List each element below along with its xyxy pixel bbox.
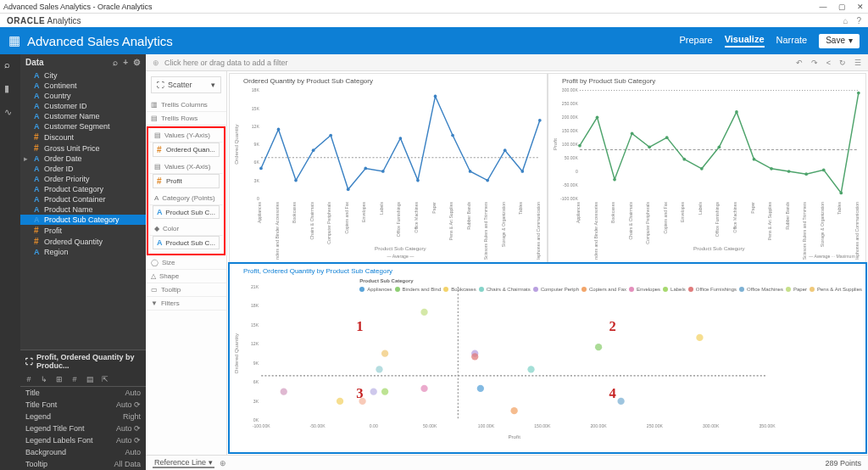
home-icon[interactable]: ⌂ — [843, 16, 848, 25]
data-item[interactable]: AProduct Container — [20, 194, 146, 204]
svg-text:18K: 18K — [252, 87, 260, 92]
prop-tab-general[interactable]: # — [24, 374, 34, 384]
data-item[interactable]: AOrder ID — [20, 164, 146, 174]
svg-point-60 — [631, 132, 634, 136]
property-row[interactable]: LegendRight — [20, 411, 146, 422]
shelf-values-x-value[interactable]: #Profit — [153, 174, 220, 188]
svg-point-62 — [665, 136, 669, 139]
shelf-size[interactable]: ◯Size — [146, 256, 226, 270]
svg-point-63 — [682, 158, 686, 161]
prop-tab-date[interactable]: ▤ — [85, 374, 95, 384]
share-icon[interactable]: < — [826, 59, 831, 67]
svg-text:0K: 0K — [253, 417, 259, 422]
data-item[interactable]: AContinent — [20, 81, 146, 91]
data-item[interactable]: #Ordered Quantity — [20, 236, 146, 247]
tab-narrate[interactable]: Narrate — [776, 35, 808, 47]
chart-ordered-qty[interactable]: Ordered Quantity by Product Sub Category… — [229, 73, 548, 263]
shelf-category-value[interactable]: AProduct Sub C... — [153, 205, 220, 219]
data-item[interactable]: AOrder Priority — [20, 174, 146, 184]
page-title: Advanced Sales Analytics — [27, 34, 173, 48]
minimize-icon[interactable]: — — [819, 3, 827, 11]
scatter-icon: ⛶ — [157, 81, 164, 89]
left-icon-rail: ⌕ ▮ ∿ — [0, 54, 20, 470]
prop-tab-axis[interactable]: ⊞ — [54, 374, 64, 384]
tab-prepare[interactable]: Prepare — [679, 35, 712, 47]
prop-tab-action[interactable]: ⇱ — [100, 374, 110, 384]
chart-profit[interactable]: Profit by Product Sub Category -100.00K-… — [548, 73, 866, 263]
search-icon[interactable]: ⌕ — [113, 58, 118, 67]
data-item[interactable]: ARegion — [20, 247, 146, 257]
data-item[interactable]: AProduct Category — [20, 184, 146, 194]
data-item[interactable]: #Discount — [20, 131, 146, 143]
shelf-trellis-rows[interactable]: ▤Trellis Rows — [146, 112, 226, 126]
add-filter-icon[interactable]: ⊕ — [153, 59, 159, 67]
shelf-category[interactable]: ACategory (Points) — [149, 192, 223, 205]
data-item[interactable]: #Profit — [20, 225, 146, 236]
undo-icon[interactable]: ↶ — [796, 59, 803, 67]
close-icon[interactable]: ✕ — [856, 3, 865, 11]
shelf-filters[interactable]: ▼Filters — [146, 297, 226, 311]
data-item[interactable]: AProduct Name — [20, 204, 146, 215]
svg-text:Storage & Organization: Storage & Organization — [501, 202, 506, 247]
add-canvas-icon[interactable]: ⊕ — [220, 459, 226, 467]
search-data-icon[interactable]: ⌕ — [4, 59, 16, 71]
shelf-values-y-value[interactable]: #Ordered Quan... — [153, 143, 220, 157]
property-row[interactable]: Legend Labels FontAuto ⟳ — [20, 434, 146, 446]
prop-tab-values[interactable]: # — [70, 374, 80, 384]
shelf-trellis-columns[interactable]: ▥Trellis Columns — [146, 98, 226, 112]
svg-point-68 — [770, 167, 773, 171]
property-row[interactable]: Legend Title FontAuto ⟳ — [20, 422, 146, 434]
data-item[interactable]: ACustomer Segment — [20, 121, 146, 131]
svg-text:3K: 3K — [253, 399, 259, 404]
shelf-values-x[interactable]: ▤Values (X-Axis) — [149, 160, 223, 174]
viz-grid-icon[interactable]: ▦ — [8, 33, 20, 48]
analytics-icon[interactable]: ∿ — [4, 107, 16, 119]
chart-title: Ordered Quantity by Product Sub Category — [231, 77, 545, 85]
maximize-icon[interactable]: ▢ — [837, 3, 846, 11]
prop-tab-edge[interactable]: ↳ — [39, 374, 49, 384]
data-item[interactable]: AProduct Sub Category — [20, 215, 146, 225]
tab-visualize[interactable]: Visualize — [725, 34, 765, 48]
svg-text:100.00K: 100.00K — [478, 423, 495, 428]
bar-chart-icon[interactable]: ▮ — [4, 83, 16, 95]
svg-text:Product Sub Category: Product Sub Category — [375, 246, 426, 252]
chart-scatter[interactable]: Profit, Ordered Quantity by Product Sub … — [229, 263, 866, 453]
svg-text:Copiers and Fax: Copiers and Fax — [344, 202, 349, 234]
property-row[interactable]: TitleAuto — [20, 387, 146, 399]
redo-icon[interactable]: ↷ — [811, 59, 818, 67]
help-icon[interactable]: ? — [856, 16, 861, 25]
data-item[interactable]: ACustomer ID — [20, 101, 146, 111]
viz-type-selector[interactable]: ⛶Scatter ▾ — [151, 76, 221, 93]
data-item[interactable]: ▸AOrder Date — [20, 154, 146, 164]
shelf-shape[interactable]: △Shape — [146, 270, 226, 283]
property-row[interactable]: TooltipAll Data — [20, 458, 146, 470]
svg-text:Appliances: Appliances — [257, 202, 262, 224]
svg-point-15 — [364, 167, 367, 171]
svg-text:3K: 3K — [254, 178, 260, 183]
refresh-icon[interactable]: ↻ — [839, 59, 846, 67]
shelf-tooltip[interactable]: ▭Tooltip — [146, 283, 226, 297]
shelf-color-value[interactable]: AProduct Sub C... — [153, 236, 220, 249]
save-button[interactable]: Save▾ — [819, 34, 860, 48]
menu-icon[interactable]: ☰ — [854, 59, 861, 67]
brand-logo: ORACLE — [7, 16, 45, 25]
gear-icon[interactable]: ⚙ — [133, 58, 141, 67]
svg-point-118 — [595, 344, 602, 350]
shelf-values-y[interactable]: ▤Values (Y-Axis) — [149, 129, 223, 143]
filter-hint[interactable]: Click here or drag data to add a filter — [164, 59, 288, 67]
data-item[interactable]: ACity — [20, 70, 146, 81]
canvas-tab[interactable]: Reference Line ▾ — [153, 458, 214, 468]
svg-text:6K: 6K — [254, 159, 260, 165]
data-item[interactable]: ACountry — [20, 91, 146, 101]
property-row[interactable]: Title FontAuto ⟳ — [20, 399, 146, 411]
svg-text:Rubber Bands: Rubber Bands — [466, 202, 471, 230]
data-item[interactable]: ACustomer Name — [20, 111, 146, 121]
svg-point-123 — [420, 385, 427, 392]
brand-bar: ORACLE Analytics ⌂ ? — [0, 14, 868, 27]
properties-title: Profit, Ordered Quantity by Produc... — [36, 353, 141, 370]
add-icon[interactable]: + — [123, 58, 128, 67]
data-item[interactable]: #Gross Unit Price — [20, 143, 146, 154]
shelf-color[interactable]: ◆Color — [149, 222, 223, 236]
property-row[interactable]: BackgroundAuto — [20, 446, 146, 458]
svg-text:-50.00K: -50.00K — [309, 423, 326, 428]
